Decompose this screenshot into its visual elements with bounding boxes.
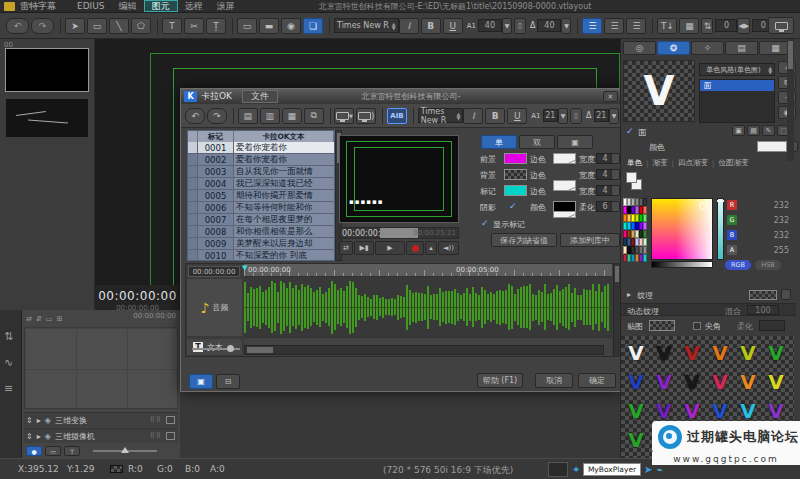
step-button[interactable]: ▶▮	[354, 241, 374, 255]
g-value[interactable]: 232	[774, 216, 789, 225]
dlg-new-button[interactable]: ▤	[238, 108, 258, 124]
align-center-button[interactable]: ☰	[604, 18, 624, 34]
library-style[interactable]: V	[678, 367, 706, 396]
dlg-undo-button[interactable]: ↶	[185, 108, 205, 124]
align-right-button[interactable]: ☰	[626, 18, 646, 34]
lyric-row[interactable]: 0005期待和你揭开那爱情	[188, 190, 334, 202]
dlg-size2-dropdown[interactable]: ▼	[609, 108, 619, 124]
vertical-text-tool[interactable]: Ṯ	[206, 18, 226, 34]
size2-dropdown[interactable]: ▼	[561, 18, 571, 34]
mini-tool-icon[interactable]: ⇄	[26, 315, 32, 323]
palette-swatch[interactable]	[643, 230, 647, 238]
dlg-monitor-button[interactable]: ▼	[334, 108, 354, 124]
face-icon-2[interactable]: ▤	[747, 125, 760, 136]
text-track-header[interactable]: T 文本	[186, 338, 243, 356]
row-more-button[interactable]	[611, 201, 620, 212]
undo-button[interactable]: ↶	[6, 18, 29, 34]
face-icon-1[interactable]: ▣	[732, 125, 745, 136]
texture-expand-icon[interactable]: ▸	[627, 290, 631, 299]
hsb-mode-button[interactable]: HSB	[755, 260, 781, 270]
library-style[interactable]: V	[650, 338, 678, 367]
mini-tool-icon[interactable]: ⇵	[36, 315, 42, 323]
palette-swatch[interactable]	[643, 246, 647, 254]
dialog-title-bar[interactable]: K 卡拉OK 文件 北京雷特世创科技有限公司- ✕	[181, 89, 621, 104]
tab-image[interactable]: ▣	[557, 135, 593, 149]
wave-scrollbar[interactable]	[244, 345, 604, 355]
lyric-row[interactable]: 0009美梦醒来以后身边却	[188, 238, 334, 250]
fg-swatch[interactable]	[626, 172, 637, 183]
font-combo[interactable]: Times New R▲▼	[334, 18, 399, 33]
style-type-dropdown[interactable]: 单色风格(单色面)▲▼	[699, 63, 775, 76]
lyric-row[interactable]: 0002爱着你宠着你	[188, 154, 334, 166]
face-icon-3[interactable]: ✎	[762, 125, 775, 136]
blend-field[interactable]: 100	[747, 305, 779, 315]
soften-field[interactable]	[759, 320, 785, 331]
dlg-underline-button[interactable]: U	[507, 108, 527, 124]
tab-effects-icon[interactable]: ✧	[691, 41, 724, 55]
align-left-button[interactable]: ☰	[582, 18, 602, 34]
dialog-file-menu[interactable]: 文件	[242, 90, 278, 103]
row-more-button[interactable]	[611, 153, 620, 164]
face-color-swatch[interactable]	[757, 141, 787, 152]
menu-item[interactable]: 滚屏	[210, 1, 242, 11]
row-more-button[interactable]	[611, 185, 620, 196]
polygon-tool[interactable]: ⬠	[131, 18, 151, 34]
shadow-color-swatch[interactable]	[553, 201, 576, 212]
fill-shape-button[interactable]: ▬	[259, 18, 279, 34]
tracking-field[interactable]: 0	[715, 19, 737, 32]
lyric-row[interactable]: 0006不知等待何时能和你	[188, 202, 334, 214]
wave-zoom-slider[interactable]	[192, 348, 240, 350]
dlg-open-button[interactable]: ▥	[260, 108, 280, 124]
hue-slider[interactable]	[717, 198, 724, 260]
font-size-field[interactable]: 40	[478, 19, 502, 32]
audio-track-header[interactable]: ♪ 音频	[186, 278, 243, 337]
dlg-bold-button[interactable]: B	[485, 108, 505, 124]
library-style[interactable]: V	[762, 338, 790, 367]
menu-item[interactable]: EDIUS	[70, 1, 112, 11]
italic-button[interactable]: I	[399, 18, 419, 34]
font-size-dropdown[interactable]: ▼	[502, 18, 512, 34]
lyric-row[interactable]: 0004我已深深知道我已经	[188, 178, 334, 190]
layer-item-face[interactable]: 面	[700, 80, 774, 91]
track-expand-icon[interactable]: ⇕	[26, 416, 33, 425]
palette-swatch[interactable]	[643, 254, 647, 262]
dlg-monitor-audio-button[interactable]: )	[356, 108, 376, 124]
tab-page-icon[interactable]: ▤	[725, 41, 758, 55]
karaoke-button[interactable]: ❏	[303, 18, 323, 34]
dlg-font-combo[interactable]: Times New R▲▼	[418, 108, 464, 123]
record-button[interactable]	[406, 241, 424, 255]
face-checkbox[interactable]: ✓	[626, 126, 634, 136]
b-value[interactable]: 232	[774, 231, 789, 240]
text-box-button[interactable]: ▦	[679, 18, 699, 34]
row-more-button[interactable]	[611, 169, 620, 180]
select-tool[interactable]: ➤	[65, 18, 85, 34]
lyric-row[interactable]: 0008和你相偎相依是那么	[188, 226, 334, 238]
library-style[interactable]: V	[734, 338, 762, 367]
dlg-saveas-button[interactable]: ⧉	[304, 108, 324, 124]
save-default-button[interactable]: 保存为缺省值	[491, 233, 557, 247]
track-play-icon[interactable]: ▸	[37, 432, 41, 441]
cancel-button[interactable]: 取消	[535, 373, 573, 388]
mini-tool-icon[interactable]: ▭	[46, 315, 53, 323]
text-direction-button[interactable]: T↓	[657, 18, 677, 34]
gradient-tab[interactable]: 四点渐变	[674, 158, 712, 168]
template-thumbnail-1[interactable]	[5, 48, 89, 92]
library-style[interactable]: V	[734, 367, 762, 396]
style-layer-list[interactable]: 面	[699, 79, 775, 123]
library-style[interactable]: V	[622, 425, 650, 454]
lyric-row[interactable]: 0010不知深爱的你 到底	[188, 250, 334, 261]
taskbar-icon-tool[interactable]: ⌁	[657, 464, 663, 475]
tab-color-wheel-icon[interactable]: ❂	[657, 41, 690, 55]
dlg-italic-button[interactable]: I	[463, 108, 483, 124]
dialog-close-button[interactable]: ✕	[603, 91, 618, 102]
dlg-lock-button[interactable]: ▯	[570, 108, 582, 124]
path-text-tool[interactable]: ✂	[184, 18, 204, 34]
library-style[interactable]: V	[622, 367, 650, 396]
mini-tool-icon[interactable]: ⊞	[56, 315, 62, 323]
mark-button[interactable]: ▴	[425, 241, 437, 255]
monitor-button[interactable]	[768, 17, 794, 34]
library-style[interactable]: V	[706, 367, 734, 396]
rgb-mode-button[interactable]: RGB	[725, 260, 751, 270]
footer-list-toggle[interactable]: ⊟	[216, 374, 240, 389]
curve-icon[interactable]: ∿	[4, 356, 13, 369]
